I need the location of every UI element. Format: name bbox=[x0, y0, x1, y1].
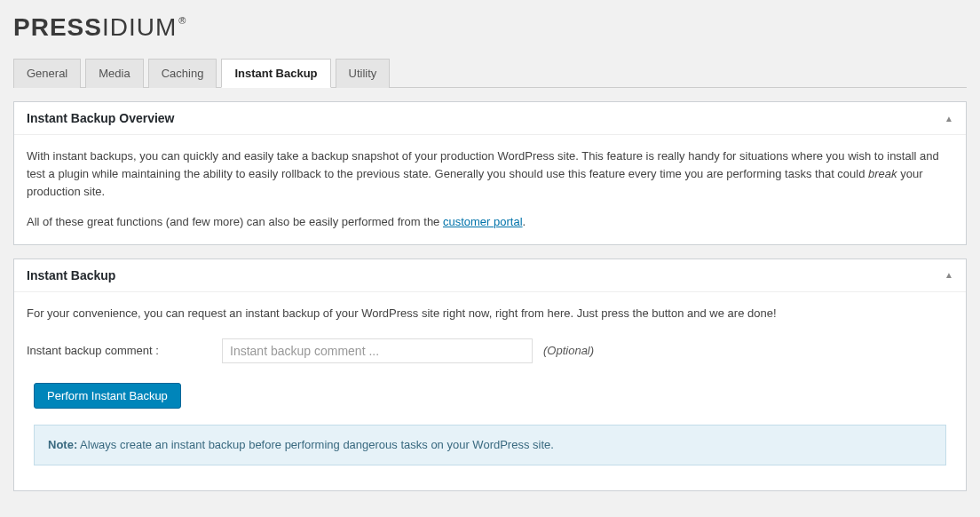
note-text: Always create an instant backup before p… bbox=[77, 438, 554, 451]
tab-media[interactable]: Media bbox=[85, 59, 143, 88]
backup-title: Instant Backup bbox=[27, 268, 115, 282]
overview-panel-header[interactable]: Instant Backup Overview ▲ bbox=[14, 102, 966, 135]
overview-panel: Instant Backup Overview ▲ With instant b… bbox=[13, 101, 967, 245]
note-label: Note: bbox=[48, 438, 77, 451]
collapse-icon[interactable]: ▲ bbox=[944, 114, 953, 123]
collapse-icon[interactable]: ▲ bbox=[944, 270, 953, 280]
backup-body: For your convenience, you can request an… bbox=[14, 292, 966, 490]
optional-hint: (Optional) bbox=[543, 342, 594, 360]
customer-portal-link[interactable]: customer portal bbox=[443, 215, 523, 228]
comment-input[interactable] bbox=[222, 338, 533, 363]
overview-title: Instant Backup Overview bbox=[27, 111, 175, 125]
brand-logo: PRESSIDIUM® bbox=[13, 13, 185, 42]
logo-reg: ® bbox=[178, 15, 186, 26]
backup-panel: Instant Backup ▲ For your convenience, y… bbox=[13, 258, 967, 491]
tab-general[interactable]: General bbox=[13, 59, 81, 88]
logo-light: IDIUM bbox=[102, 13, 177, 41]
tabs-nav: General Media Caching Instant Backup Uti… bbox=[13, 58, 967, 88]
overview-body: With instant backups, you can quickly an… bbox=[14, 135, 966, 244]
tab-caching[interactable]: Caching bbox=[148, 59, 217, 88]
note-box: Note: Always create an instant backup be… bbox=[34, 425, 946, 465]
backup-panel-header[interactable]: Instant Backup ▲ bbox=[14, 259, 966, 292]
comment-row: Instant backup comment : (Optional) bbox=[27, 338, 953, 363]
tab-utility[interactable]: Utility bbox=[336, 59, 391, 88]
backup-intro: For your convenience, you can request an… bbox=[27, 305, 953, 322]
overview-p2: All of these great functions (and few mo… bbox=[27, 213, 953, 231]
comment-label: Instant backup comment : bbox=[27, 342, 222, 360]
overview-p1: With instant backups, you can quickly an… bbox=[27, 147, 953, 201]
tab-instant-backup[interactable]: Instant Backup bbox=[221, 59, 330, 88]
logo-bold: PRESS bbox=[13, 13, 102, 41]
perform-backup-button[interactable]: Perform Instant Backup bbox=[34, 383, 181, 409]
